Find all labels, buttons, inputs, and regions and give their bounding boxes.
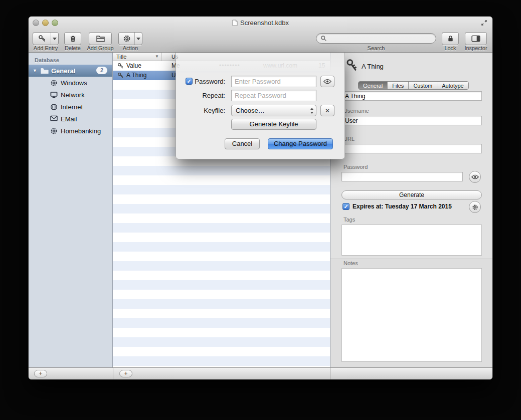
repeat-label: Repeat: [176, 92, 225, 99]
chevron-down-icon[interactable] [134, 33, 142, 45]
add-group-button[interactable] [89, 32, 112, 45]
screen-background: Screenshot.kdbx [0, 0, 521, 420]
sidebar-item-label: Internet [61, 103, 83, 111]
show-password-button[interactable] [320, 76, 334, 87]
sort-indicator-icon[interactable]: ▼ [155, 54, 159, 59]
column-divider[interactable] [161, 53, 162, 61]
cancel-button[interactable]: Cancel [225, 138, 260, 149]
entry-title: Value [126, 61, 141, 71]
password-field[interactable] [341, 172, 463, 181]
tab-files[interactable]: Files [387, 82, 408, 89]
tab-general[interactable]: General [359, 82, 387, 89]
globe-icon [50, 103, 58, 111]
key-icon [344, 58, 359, 72]
url-field[interactable] [341, 144, 482, 153]
sidebar-item-general[interactable]: ▼ General 2 [29, 65, 112, 77]
expires-checkbox[interactable]: ✓ [342, 203, 350, 210]
sidebar-item-homebanking[interactable]: Homebanking [29, 125, 112, 137]
sidebar-item-label: Homebanking [61, 127, 101, 135]
show-password-button[interactable] [469, 171, 481, 183]
sidebar-item-network[interactable]: Network [29, 89, 112, 101]
tab-custom[interactable]: Custom [408, 82, 437, 89]
add-entry-button[interactable] [33, 32, 59, 45]
sidebar-item-email[interactable]: EMail [29, 113, 112, 125]
search-field[interactable] [316, 33, 436, 44]
search-label: Search [354, 45, 399, 51]
new-password-input[interactable] [231, 76, 316, 87]
key-icon [33, 33, 51, 45]
sidebar-item-label: EMail [61, 115, 77, 123]
sidebar-item-internet[interactable]: Internet [29, 101, 112, 113]
window-title: Screenshot.kdbx [29, 17, 492, 29]
gear-icon [472, 204, 478, 211]
notes-label: Notes [343, 260, 358, 266]
keyfile-label: Keyfile: [176, 107, 225, 114]
add-entry-footer-button[interactable]: + [119, 370, 132, 377]
password-label: Password: [176, 78, 225, 85]
action-button[interactable] [118, 32, 142, 45]
section-divider [330, 259, 492, 259]
username-field[interactable] [341, 116, 482, 125]
gear-icon [50, 127, 58, 135]
fullscreen-icon[interactable] [480, 19, 488, 27]
footer-divider [113, 368, 113, 379]
group-sidebar: Database ▼ General 2 Windows Network Int… [29, 53, 113, 367]
change-password-button[interactable]: Change Password [268, 138, 333, 149]
eye-icon [323, 79, 331, 84]
tab-autotype[interactable]: Autotype [437, 82, 468, 89]
disclosure-triangle-icon[interactable]: ▼ [33, 68, 38, 73]
entry-count-badge: 2 [96, 67, 107, 74]
url-label: URL [343, 136, 355, 142]
app-window: Screenshot.kdbx [29, 17, 492, 379]
change-password-dialog: ✓ Password: Repeat: Keyfile: Choose… ✕ G… [176, 53, 345, 159]
sidebar-item-label: Network [61, 91, 85, 99]
entry-title: A Thing [126, 71, 146, 80]
gear-icon [50, 79, 58, 87]
inspector-label: Inspector [453, 45, 492, 51]
tags-label: Tags [343, 217, 355, 223]
lock-button[interactable] [442, 32, 459, 45]
expires-settings-button[interactable] [469, 201, 481, 213]
folder-icon [41, 68, 49, 74]
chevron-down-icon[interactable] [51, 33, 58, 45]
generate-keyfile-button[interactable]: Generate Keyfile [231, 119, 316, 130]
key-icon [117, 63, 124, 69]
notes-input[interactable] [341, 268, 482, 362]
username-label: Username [343, 108, 369, 114]
generate-password-button[interactable]: Generate [341, 190, 482, 199]
folder-plus-icon [96, 35, 105, 43]
title-field[interactable] [341, 91, 482, 101]
inspector-tabs: General Files Custom Autotype [358, 81, 469, 90]
key-icon [117, 72, 124, 79]
window-title-text: Screenshot.kdbx [240, 19, 289, 27]
keyfile-value: Choose… [236, 107, 265, 114]
gear-icon [119, 33, 134, 45]
column-header-title[interactable]: Title [116, 54, 126, 60]
footer-divider [330, 368, 330, 379]
document-icon [232, 20, 238, 26]
sidebar-item-label: Windows [61, 79, 87, 87]
action-label: Action [108, 45, 153, 51]
mail-icon [50, 115, 58, 123]
inspector-toggle-button[interactable] [465, 32, 487, 45]
tags-input[interactable] [341, 225, 482, 256]
search-input[interactable] [329, 35, 432, 42]
password-label: Password [343, 164, 368, 170]
keyfile-select[interactable]: Choose… [231, 105, 316, 116]
sidebar-item-windows[interactable]: Windows [29, 77, 112, 89]
trash-icon [69, 35, 77, 43]
monitor-icon [50, 91, 58, 99]
expires-text: Expires at: Tuesday 17 March 2015 [353, 203, 452, 210]
repeat-password-input[interactable] [231, 90, 316, 101]
stepper-arrows-icon [310, 107, 314, 114]
clear-keyfile-button[interactable]: ✕ [320, 105, 334, 116]
group-label: General [51, 67, 75, 75]
inspector-panel: A Thing General Files Custom Autotype Us… [330, 53, 492, 367]
eye-icon [471, 174, 479, 179]
inspector-panel-icon [471, 35, 480, 42]
delete-button[interactable] [64, 32, 81, 45]
add-group-footer-button[interactable]: + [34, 370, 47, 377]
close-icon: ✕ [325, 107, 330, 114]
search-icon [320, 35, 327, 42]
window-footer: + + [29, 367, 492, 379]
